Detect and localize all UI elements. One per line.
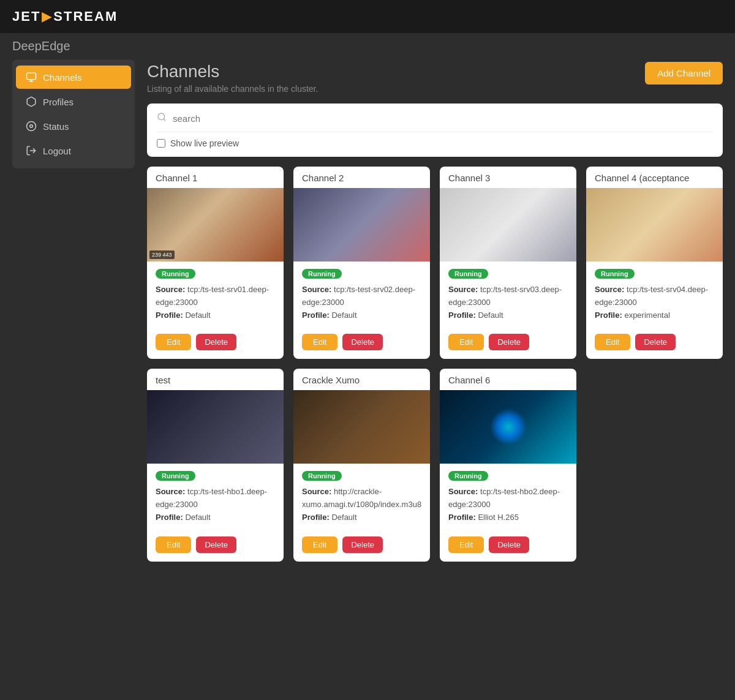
sidebar-status-label: Status — [43, 121, 69, 132]
edit-button-ch2[interactable]: Edit — [302, 334, 337, 350]
card-title-ch4: Channel 4 (acceptance — [586, 167, 723, 188]
box-icon — [26, 96, 37, 107]
svg-rect-0 — [27, 73, 36, 80]
sidebar-item-logout[interactable]: Logout — [16, 139, 131, 162]
search-container: Show live preview — [147, 103, 723, 157]
delete-button-ch4[interactable]: Delete — [635, 334, 676, 350]
delete-button-ch2[interactable]: Delete — [342, 334, 383, 350]
card-body-crackle: Running Source: http://crackle-xumo.amag… — [293, 464, 430, 536]
card-body-ch6: Running Source: tcp:/ts-test-hbo2.deep-e… — [440, 464, 576, 536]
svg-point-3 — [27, 122, 36, 131]
page-header: Channels Listing of all available channe… — [147, 59, 723, 94]
sidebar: Channels Profiles Status — [12, 59, 135, 168]
sidebar-logout-label: Logout — [43, 146, 71, 156]
page-title-group: Channels Listing of all available channe… — [147, 62, 318, 94]
main-content: Channels Listing of all available channe… — [147, 59, 723, 562]
card-body-ch4: Running Source: tcp:/ts-test-srv04.deep-… — [586, 262, 723, 334]
card-thumbnail-test — [147, 390, 284, 464]
card-body-ch2: Running Source: tcp:/ts-test-srv02.deep-… — [293, 262, 430, 334]
card-thumbnail-crackle — [293, 390, 430, 464]
logo-stream: STREAM — [53, 9, 118, 24]
page-subtitle: Listing of all available channels in the… — [147, 84, 318, 94]
card-title-ch1: Channel 1 — [147, 167, 284, 188]
card-body-test: Running Source: tcp:/ts-test-hbo1.deep-e… — [147, 464, 284, 536]
card-body-ch3: Running Source: tcp:/ts-test-srv03.deep-… — [440, 262, 576, 334]
card-info-ch1: Source: tcp:/ts-test-srv01.deep-edge:230… — [156, 284, 275, 322]
card-actions-test: Edit Delete — [147, 536, 284, 562]
edit-button-test[interactable]: Edit — [156, 536, 191, 553]
card-info-ch4: Source: tcp:/ts-test-srv04.deep-edge:230… — [595, 284, 714, 322]
sidebar-item-status[interactable]: Status — [16, 115, 131, 138]
card-actions-ch2: Edit Delete — [293, 334, 430, 359]
status-badge-crackle: Running — [302, 471, 342, 481]
add-channel-button[interactable]: Add Channel — [645, 62, 723, 85]
delete-button-ch6[interactable]: Delete — [489, 536, 529, 553]
card-title-crackle: Crackle Xumo — [293, 369, 430, 390]
card-actions-ch6: Edit Delete — [440, 536, 576, 562]
search-icon — [157, 112, 167, 124]
channel-card-ch1: Channel 1 239 443 Running Source: tcp:/t… — [147, 167, 284, 359]
sidebar-item-channels[interactable]: Channels — [16, 66, 131, 89]
door-icon — [26, 145, 37, 156]
card-thumbnail-ch6 — [440, 390, 576, 464]
card-info-ch3: Source: tcp:/ts-test-srv03.deep-edge:230… — [448, 284, 568, 322]
search-input[interactable] — [173, 113, 713, 124]
card-thumbnail-ch2 — [293, 188, 430, 262]
delete-button-ch1[interactable]: Delete — [196, 334, 236, 350]
svg-point-4 — [30, 125, 33, 128]
channel-card-ch6: Channel 6 Running Source: tcp:/ts-test-h… — [440, 369, 576, 561]
channel-card-crackle: Crackle Xumo Running Source: http://crac… — [293, 369, 430, 561]
svg-line-7 — [164, 119, 165, 121]
delete-button-test[interactable]: Delete — [196, 536, 236, 553]
app-body: Channels Profiles Status — [0, 59, 735, 574]
status-badge-ch2: Running — [302, 269, 342, 279]
edit-button-ch3[interactable]: Edit — [448, 334, 484, 350]
sidebar-channels-label: Channels — [43, 72, 81, 83]
channel-card-ch4: Channel 4 (acceptance Running Source: tc… — [586, 167, 723, 359]
delete-button-ch3[interactable]: Delete — [489, 334, 529, 350]
app-header: JET ▶ STREAM — [0, 0, 735, 33]
channel-card-test: test Running Source: tcp:/ts-test-hbo1.d… — [147, 369, 284, 561]
sidebar-profiles-label: Profiles — [43, 97, 74, 107]
card-info-crackle: Source: http://crackle-xumo.amagi.tv/108… — [302, 486, 421, 524]
sidebar-item-profiles[interactable]: Profiles — [16, 90, 131, 113]
live-preview-checkbox[interactable] — [157, 139, 165, 148]
delete-button-crackle[interactable]: Delete — [342, 536, 383, 553]
status-badge-ch4: Running — [595, 269, 635, 279]
card-title-test: test — [147, 369, 284, 390]
channel-card-ch2: Channel 2 Running Source: tcp:/ts-test-s… — [293, 167, 430, 359]
status-badge-ch3: Running — [448, 269, 488, 279]
card-thumbnail-ch4 — [586, 188, 723, 262]
edit-button-ch6[interactable]: Edit — [448, 536, 484, 553]
edit-button-crackle[interactable]: Edit — [302, 536, 337, 553]
card-info-ch2: Source: tcp:/ts-test-srv02.deep-edge:230… — [302, 284, 421, 322]
brand-name: DeepEdge — [12, 39, 70, 53]
card-title-ch6: Channel 6 — [440, 369, 576, 390]
channels-grid: Channel 1 239 443 Running Source: tcp:/t… — [147, 167, 723, 562]
status-badge-ch6: Running — [448, 471, 488, 481]
monitor-icon — [26, 72, 37, 83]
logo-jet: JET — [12, 9, 40, 24]
card-actions-crackle: Edit Delete — [293, 536, 430, 562]
card-info-ch6: Source: tcp:/ts-test-hbo2.deep-edge:2300… — [448, 486, 568, 524]
card-thumbnail-ch1: 239 443 — [147, 188, 284, 262]
card-title-ch3: Channel 3 — [440, 167, 576, 188]
brand-bar: DeepEdge — [0, 33, 735, 59]
circle-icon — [26, 121, 37, 132]
live-preview-row: Show live preview — [157, 132, 713, 148]
card-actions-ch4: Edit Delete — [586, 334, 723, 359]
card-actions-ch1: Edit Delete — [147, 334, 284, 359]
edit-button-ch1[interactable]: Edit — [156, 334, 191, 350]
card-actions-ch3: Edit Delete — [440, 334, 576, 359]
status-badge-ch1: Running — [156, 269, 195, 279]
svg-point-6 — [158, 113, 165, 120]
card-thumbnail-ch3 — [440, 188, 576, 262]
edit-button-ch4[interactable]: Edit — [595, 334, 630, 350]
live-preview-label: Show live preview — [170, 138, 239, 148]
card-info-test: Source: tcp:/ts-test-hbo1.deep-edge:2300… — [156, 486, 275, 524]
logo-arrow-icon: ▶ — [42, 9, 52, 24]
logo: JET ▶ STREAM — [12, 9, 118, 24]
channel-card-ch3: Channel 3 Running Source: tcp:/ts-test-s… — [440, 167, 576, 359]
card-title-ch2: Channel 2 — [293, 167, 430, 188]
page-title: Channels — [147, 62, 318, 81]
